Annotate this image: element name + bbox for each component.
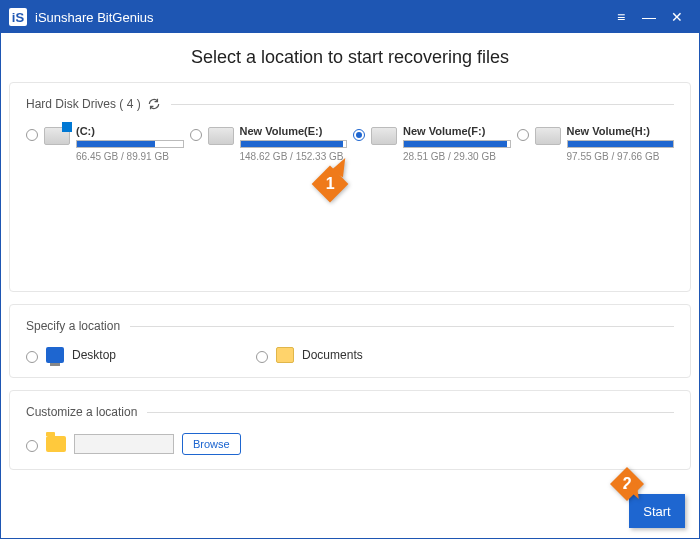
location-documents[interactable]: Documents bbox=[256, 347, 363, 363]
drives-section-header: Hard Disk Drives ( 4 ) bbox=[26, 97, 674, 111]
drive-body: New Volume(H:)97.55 GB / 97.66 GB bbox=[567, 125, 675, 162]
desktop-label: Desktop bbox=[72, 348, 116, 362]
drive-radio[interactable] bbox=[26, 129, 38, 141]
drive-body: New Volume(E:)148.62 GB / 152.33 GB bbox=[240, 125, 348, 162]
drives-panel: Hard Disk Drives ( 4 ) (C:)66.45 GB / 89… bbox=[9, 82, 691, 292]
drive-usage-bar bbox=[403, 140, 511, 148]
drive-icon bbox=[535, 127, 561, 145]
drive-radio[interactable] bbox=[353, 129, 365, 141]
divider bbox=[130, 326, 674, 327]
radio-documents[interactable] bbox=[256, 351, 268, 363]
drive-size: 66.45 GB / 89.91 GB bbox=[76, 151, 184, 162]
divider bbox=[171, 104, 674, 105]
drive-item[interactable]: New Volume(E:)148.62 GB / 152.33 GB bbox=[190, 125, 348, 162]
drive-radio[interactable] bbox=[190, 129, 202, 141]
drives-section-title: Hard Disk Drives ( 4 ) bbox=[26, 97, 141, 111]
customize-panel: Customize a location Browse bbox=[9, 390, 691, 470]
minimize-button[interactable]: — bbox=[635, 9, 663, 25]
drive-name: New Volume(F:) bbox=[403, 125, 511, 137]
callout-2: 2 bbox=[615, 472, 639, 496]
drive-body: New Volume(F:)28.51 GB / 29.30 GB bbox=[403, 125, 511, 162]
folder-icon bbox=[46, 436, 66, 452]
radio-custom[interactable] bbox=[26, 440, 38, 452]
drive-usage-bar bbox=[240, 140, 348, 148]
drive-icon bbox=[44, 127, 70, 145]
documents-icon bbox=[276, 347, 294, 363]
drive-name: New Volume(E:) bbox=[240, 125, 348, 137]
specify-section-title: Specify a location bbox=[26, 319, 120, 333]
drive-radio[interactable] bbox=[517, 129, 529, 141]
drive-item[interactable]: New Volume(H:)97.55 GB / 97.66 GB bbox=[517, 125, 675, 162]
titlebar: iS iSunshare BitGenius ≡ — ✕ bbox=[1, 1, 699, 33]
close-button[interactable]: ✕ bbox=[663, 9, 691, 25]
custom-path-input[interactable] bbox=[74, 434, 174, 454]
drive-body: (C:)66.45 GB / 89.91 GB bbox=[76, 125, 184, 162]
menu-button[interactable]: ≡ bbox=[607, 9, 635, 25]
drive-item[interactable]: New Volume(F:)28.51 GB / 29.30 GB bbox=[353, 125, 511, 162]
drive-usage-bar bbox=[567, 140, 675, 148]
divider bbox=[147, 412, 674, 413]
location-desktop[interactable]: Desktop bbox=[26, 347, 116, 363]
location-row: Desktop Documents bbox=[26, 347, 674, 363]
start-button[interactable]: Start bbox=[629, 494, 685, 528]
drive-icon bbox=[371, 127, 397, 145]
radio-desktop[interactable] bbox=[26, 351, 38, 363]
specify-panel: Specify a location Desktop Documents bbox=[9, 304, 691, 378]
app-logo-icon: iS bbox=[9, 8, 27, 26]
drive-size: 97.55 GB / 97.66 GB bbox=[567, 151, 675, 162]
drive-name: New Volume(H:) bbox=[567, 125, 675, 137]
refresh-icon[interactable] bbox=[147, 97, 161, 111]
customize-row: Browse bbox=[26, 433, 674, 455]
content-area: Select a location to start recovering fi… bbox=[1, 33, 699, 538]
specify-section-header: Specify a location bbox=[26, 319, 674, 333]
documents-label: Documents bbox=[302, 348, 363, 362]
drive-size: 28.51 GB / 29.30 GB bbox=[403, 151, 511, 162]
desktop-icon bbox=[46, 347, 64, 363]
drive-usage-bar bbox=[76, 140, 184, 148]
page-title: Select a location to start recovering fi… bbox=[9, 47, 691, 68]
drive-item[interactable]: (C:)66.45 GB / 89.91 GB bbox=[26, 125, 184, 162]
customize-section-title: Customize a location bbox=[26, 405, 137, 419]
drive-size: 148.62 GB / 152.33 GB bbox=[240, 151, 348, 162]
customize-section-header: Customize a location bbox=[26, 405, 674, 419]
browse-button[interactable]: Browse bbox=[182, 433, 241, 455]
app-window: iS iSunshare BitGenius ≡ — ✕ Select a lo… bbox=[0, 0, 700, 539]
drive-name: (C:) bbox=[76, 125, 184, 137]
drives-list: (C:)66.45 GB / 89.91 GBNew Volume(E:)148… bbox=[26, 125, 674, 162]
app-title: iSunshare BitGenius bbox=[35, 10, 607, 25]
drive-icon bbox=[208, 127, 234, 145]
